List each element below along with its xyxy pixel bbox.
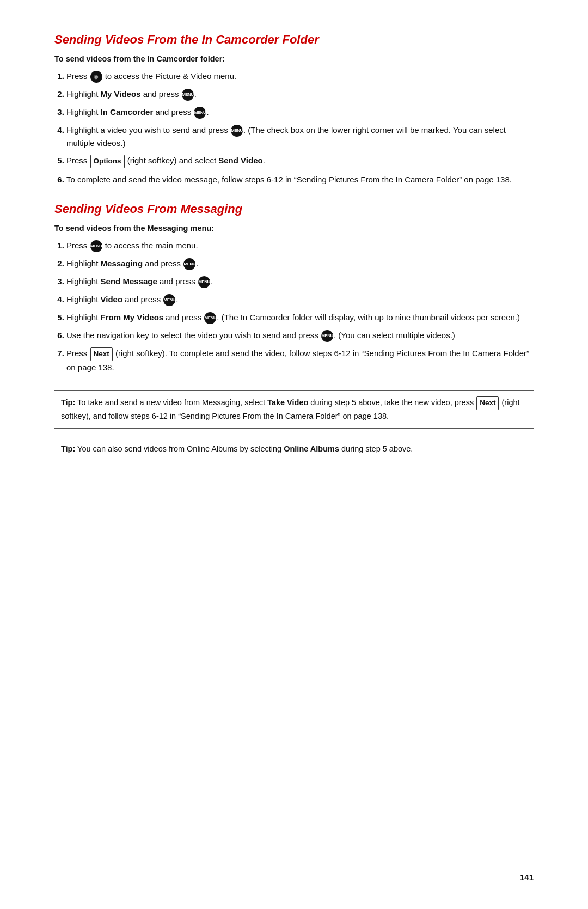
section-camcorder: Sending Videos From the In Camcorder Fol… bbox=[54, 33, 534, 186]
menu-ok-icon: MENUOK bbox=[182, 89, 194, 101]
menu-ok-icon: MENUOK bbox=[231, 125, 243, 137]
list-item: Highlight a video you wish to send and p… bbox=[66, 124, 534, 149]
section1-steps: Press ◎ to access the Picture & Video me… bbox=[66, 70, 534, 186]
menu-ok-icon: MENUOK bbox=[204, 312, 216, 324]
menu-ok-icon: MENUOK bbox=[194, 107, 206, 119]
menu-ok-icon: MENUOK bbox=[198, 276, 210, 288]
list-item: To complete and send the video message, … bbox=[66, 173, 534, 186]
page-number: 141 bbox=[520, 873, 534, 882]
section1-title: Sending Videos From the In Camcorder Fol… bbox=[54, 33, 534, 47]
list-item: Press ◎ to access the Picture & Video me… bbox=[66, 70, 534, 83]
list-item: Use the navigation key to select the vid… bbox=[66, 329, 534, 342]
menu-ok-icon: MENUOK bbox=[183, 258, 195, 270]
tip2-label: Tip: bbox=[61, 444, 75, 453]
list-item: Highlight Video and press MENUOK. bbox=[66, 293, 534, 306]
list-item: Highlight Messaging and press MENUOK. bbox=[66, 257, 534, 270]
list-item: Press Next (right softkey). To complete … bbox=[66, 347, 534, 374]
section2-steps: Press MENUOK to access the main menu. Hi… bbox=[66, 239, 534, 374]
tip-box-1: Tip: To take and send a new video from M… bbox=[54, 390, 534, 429]
section-messaging: Sending Videos From Messaging To send vi… bbox=[54, 202, 534, 374]
list-item: Highlight From My Videos and press MENUO… bbox=[66, 311, 534, 324]
list-item: Press MENUOK to access the main menu. bbox=[66, 239, 534, 252]
menu-ok-icon: MENUOK bbox=[163, 294, 175, 306]
camera-icon: ◎ bbox=[90, 71, 102, 83]
list-item: Highlight My Videos and press MENUOK. bbox=[66, 88, 534, 101]
list-item: Highlight Send Message and press MENUOK. bbox=[66, 275, 534, 288]
menu-ok-icon: MENUOK bbox=[90, 240, 102, 252]
menu-ok-icon: MENUOK bbox=[321, 330, 333, 342]
next-key: Next bbox=[476, 396, 499, 410]
options-key: Options bbox=[90, 155, 125, 168]
section2-title: Sending Videos From Messaging bbox=[54, 202, 534, 216]
list-item: Press Options (right softkey) and select… bbox=[66, 154, 534, 168]
tip-box-2: Tip: You can also send videos from Onlin… bbox=[54, 437, 534, 461]
section1-to-label: To send videos from the In Camcorder fol… bbox=[54, 54, 534, 63]
section2-to-label: To send videos from the Messaging menu: bbox=[54, 224, 534, 233]
tip1-label: Tip: bbox=[61, 398, 75, 407]
next-key: Next bbox=[90, 347, 113, 361]
list-item: Highlight In Camcorder and press MENUOK. bbox=[66, 106, 534, 119]
